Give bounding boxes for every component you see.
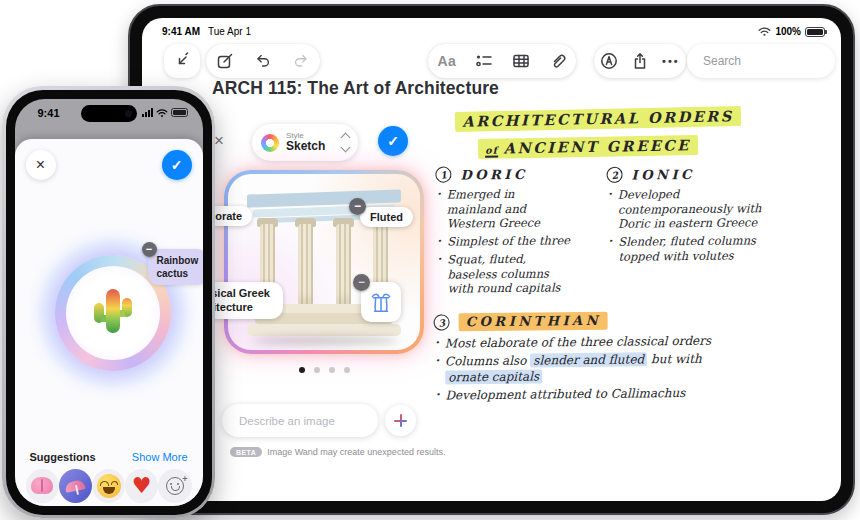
collapse-arrows-icon	[173, 52, 191, 70]
handwritten-title-line1: ARCHITECTURAL ORDERS	[448, 107, 748, 130]
compose-icon[interactable]	[216, 52, 234, 70]
paperclip-icon[interactable]	[549, 52, 567, 70]
corinthian-section: 3 CORINTHIAN Most elaborate of the three…	[434, 310, 735, 407]
doric-heading: 1 DORIC	[435, 165, 570, 182]
wifi-icon	[758, 26, 771, 37]
handwritten-title-line2: ofANCIENT GREECE	[448, 136, 728, 158]
suggestions-label: Suggestions	[30, 451, 96, 463]
cellular-signal-icon	[142, 108, 153, 117]
collapse-toolbar-button[interactable]	[164, 44, 200, 78]
ionic-bullet-1: Developed contemporaneously with Doric i…	[607, 186, 775, 232]
ipad-status-bar-left: 9:41 AM Tue Apr 1	[162, 26, 251, 37]
ipad-device: 9:41 AM Tue Apr 1 100%	[128, 4, 855, 515]
add-image-prompt-button[interactable]	[385, 405, 416, 436]
markup-pen-icon[interactable]	[600, 52, 618, 70]
highlighted-phrase-2: ornate capitals	[445, 369, 542, 384]
ipad-status-time: 9:41 AM	[162, 26, 200, 37]
edit-toolbar-group	[206, 44, 320, 78]
doric-title: DORIC	[460, 166, 527, 182]
circled-number-2: 2	[605, 166, 623, 184]
generated-column-image	[228, 174, 420, 350]
beta-badge: BETA	[230, 447, 262, 457]
iphone-device: 9:41 × ✓	[2, 86, 215, 518]
ionic-title: IONIC	[631, 166, 694, 182]
handwritten-of: of	[485, 145, 498, 158]
close-icon: ×	[36, 156, 45, 174]
reference-sketch-thumbnail[interactable]: −	[361, 282, 401, 322]
corinthian-bullet-2: Columns also slender and fluted but with…	[434, 352, 734, 386]
highlighted-phrase-1: slender and fluted	[530, 353, 647, 368]
battery-percent-label: 100%	[775, 26, 801, 37]
corinthian-bullet-3: Development attributed to Callimachus	[434, 386, 734, 405]
table-icon[interactable]	[512, 52, 530, 70]
ipad-status-date: Tue Apr 1	[208, 26, 251, 37]
chevron-up-down-icon	[342, 134, 349, 151]
battery-icon	[171, 108, 188, 117]
doric-bullet-3: Squat, fluted, baseless columns with rou…	[436, 251, 571, 297]
ionic-section: 2 IONIC Developed contemporaneously with…	[606, 165, 775, 267]
circled-number-1: 1	[434, 166, 452, 184]
describe-image-field[interactable]	[222, 404, 378, 437]
suggestion-umbrella-emoji-selected[interactable]	[59, 469, 92, 503]
genmoji-accept-button[interactable]: ✓	[162, 150, 192, 180]
wifi-icon	[156, 108, 168, 118]
image-tag-fluted[interactable]: − Fluted	[360, 207, 413, 227]
doric-section: 1 DORIC Emerged in mainland and Western …	[435, 165, 571, 299]
doric-bullet-2: Simplest of the three	[436, 233, 571, 249]
suggestions-header: Suggestions Show More	[30, 451, 188, 463]
share-icon[interactable]	[631, 52, 649, 70]
describe-image-input[interactable]	[239, 415, 393, 427]
corinthian-bullet-1: Most elaborate of the three classical or…	[434, 333, 734, 352]
image-tag-fluted-label: Fluted	[370, 211, 403, 223]
corinthian-heading: 3 CORINTHIAN	[434, 310, 734, 331]
note-title: ARCH 115: The Art of Architecture	[212, 78, 499, 99]
iphone-status-icons	[142, 108, 188, 118]
image-wand-accept-button[interactable]: ✓	[378, 126, 408, 156]
show-more-link[interactable]: Show More	[132, 451, 188, 463]
ipad-screen: 9:41 AM Tue Apr 1 100%	[142, 18, 841, 501]
suggestion-brain-emoji[interactable]	[26, 469, 59, 503]
ionic-bullet-2: Slender, fluted columns topped with volu…	[607, 233, 775, 264]
tag-line-1: Rainbow	[157, 254, 199, 267]
redo-icon[interactable]	[292, 52, 310, 70]
genmoji-sheet: × ✓ − Rainbow	[15, 139, 203, 506]
check-icon: ✓	[171, 157, 183, 173]
genmoji-close-button[interactable]: ×	[26, 150, 56, 180]
text-style-button[interactable]: Aa	[437, 53, 456, 69]
ionic-heading: 2 IONIC	[606, 165, 774, 183]
image-wand-beta-note: BETA Image Wand may create unexpected re…	[230, 447, 445, 457]
remove-reference-minus-icon[interactable]: −	[353, 274, 370, 291]
tools-toolbar-group: •••	[594, 44, 686, 78]
checklist-icon[interactable]	[475, 52, 493, 70]
remove-tag-minus-icon[interactable]: −	[349, 198, 366, 215]
corinthian-title: CORINTHIAN	[459, 312, 609, 332]
genmoji-prompt-tag[interactable]: − Rainbow cactus	[148, 249, 203, 285]
capital-sketch-icon	[368, 289, 394, 315]
more-options-button[interactable]: •••	[662, 55, 680, 67]
dynamic-island	[81, 105, 137, 122]
battery-icon	[805, 27, 825, 37]
circled-number-3: 3	[433, 313, 451, 331]
format-toolbar-group: Aa	[428, 44, 576, 78]
check-icon: ✓	[387, 133, 399, 149]
suggestion-laughing-emoji[interactable]	[92, 469, 125, 503]
stage: 9:41 AM Tue Apr 1 100%	[0, 0, 860, 520]
undo-icon[interactable]	[254, 52, 272, 70]
iphone-status-time: 9:41	[38, 107, 60, 119]
style-value: Sketch	[286, 140, 335, 153]
image-pagination-dots[interactable]	[290, 367, 358, 373]
rainbow-cactus-emoji	[91, 287, 135, 339]
remove-prompt-minus-icon[interactable]: −	[142, 242, 157, 257]
style-picker[interactable]: Style Sketch	[252, 124, 358, 161]
suggestion-heart-emoji[interactable]: ♥	[125, 469, 158, 503]
generated-image-card[interactable]	[224, 170, 424, 354]
emoji-suggestions-row: ♥ +	[26, 469, 192, 503]
search-input[interactable]	[703, 54, 841, 68]
search-field[interactable]	[687, 44, 835, 78]
add-emoji-button[interactable]: +	[158, 469, 191, 503]
ipad-status-bar-right: 100%	[758, 26, 825, 37]
style-picker-text: Style Sketch	[286, 132, 335, 153]
beta-disclaimer-text: Image Wand may create unexpected results…	[267, 447, 445, 457]
iphone-bezel: 9:41 × ✓	[6, 90, 212, 515]
style-swirl-icon	[261, 134, 279, 152]
